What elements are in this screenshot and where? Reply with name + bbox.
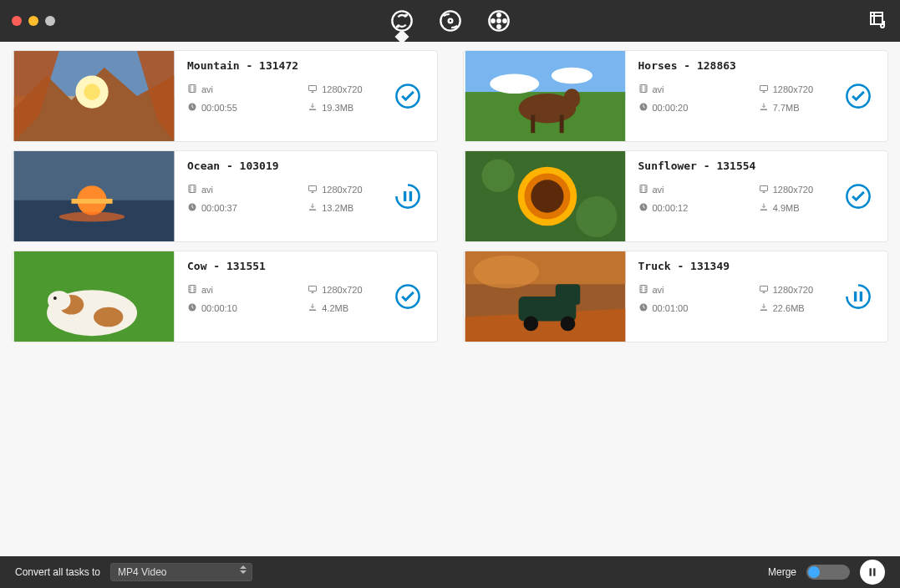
output-format-select[interactable]: MP4 Video	[110, 563, 252, 581]
task-status-button[interactable]	[844, 282, 872, 311]
clock-icon	[638, 202, 648, 214]
duration: 00:00:12	[638, 202, 759, 214]
svg-rect-63	[403, 191, 405, 201]
task-title: Truck - 131349	[638, 260, 880, 272]
svg-rect-66	[760, 186, 767, 191]
clock-icon	[187, 302, 197, 314]
pause-icon	[844, 282, 872, 311]
check-icon	[394, 82, 422, 110]
clock-icon	[638, 302, 648, 314]
format: avi	[187, 84, 308, 95]
thumbnail	[13, 251, 175, 342]
merge-toggle[interactable]	[806, 565, 850, 580]
task-title: Horses - 128863	[638, 59, 880, 72]
task-info: Truck - 131349avi1280x72000:01:0022.6MB	[627, 251, 888, 342]
svg-rect-77	[854, 291, 857, 302]
download-icon	[759, 302, 769, 314]
duration: 00:00:10	[187, 302, 308, 314]
download-icon	[308, 202, 318, 214]
format: avi	[638, 284, 759, 296]
mode-tabs	[389, 8, 512, 34]
svg-point-47	[491, 19, 495, 23]
convert-tab[interactable]	[389, 8, 415, 34]
format: avi	[638, 184, 759, 195]
duration: 00:00:20	[638, 102, 759, 114]
pause-icon	[867, 566, 878, 578]
svg-rect-52	[309, 86, 317, 91]
task-card[interactable]: Ocean - 103019avi1280x72000:00:3713.2MB	[12, 150, 438, 242]
task-status-button[interactable]	[394, 282, 422, 311]
task-status-button[interactable]	[394, 182, 422, 210]
playlist-button[interactable]	[868, 9, 888, 33]
check-icon	[394, 282, 422, 311]
screen-icon	[759, 84, 769, 95]
task-info: Horses - 128863avi1280x72000:00:207.7MB	[627, 51, 888, 141]
download-icon	[308, 302, 318, 314]
clock-icon	[187, 102, 197, 114]
svg-rect-80	[873, 568, 875, 575]
task-card[interactable]: Horses - 128863avi1280x72000:00:207.7MB	[463, 50, 889, 142]
task-title: Ocean - 103019	[187, 160, 429, 172]
thumbnail	[464, 151, 627, 241]
format: avi	[638, 84, 759, 95]
task-title: Cow - 131551	[187, 260, 429, 272]
media-list-icon	[868, 9, 888, 29]
task-status-button[interactable]	[394, 82, 422, 110]
titlebar	[0, 0, 900, 42]
svg-rect-70	[309, 286, 317, 291]
close-window-button[interactable]	[12, 16, 22, 26]
merge-label: Merge	[768, 566, 796, 578]
refresh-icon	[390, 9, 414, 33]
film-icon	[638, 84, 648, 95]
screen-icon	[308, 184, 318, 195]
svg-point-62	[396, 185, 419, 207]
svg-rect-78	[860, 291, 862, 302]
pause-all-button[interactable]	[860, 560, 885, 585]
thumbnail	[13, 151, 175, 241]
download-icon	[759, 202, 769, 214]
film-reel-icon	[487, 9, 511, 33]
task-card[interactable]: Truck - 131349avi1280x72000:01:0022.6MB	[463, 251, 889, 342]
svg-rect-50	[871, 13, 882, 24]
clock-icon	[187, 202, 197, 214]
svg-point-42	[440, 11, 460, 30]
svg-rect-56	[760, 86, 767, 91]
svg-rect-74	[760, 286, 767, 291]
convert-all-label: Convert all tasks to	[15, 566, 100, 578]
clock-icon	[638, 102, 648, 114]
film-icon	[187, 84, 197, 95]
task-card[interactable]: Mountain - 131472avi1280x72000:00:5519.3…	[12, 50, 438, 142]
film-icon	[638, 284, 648, 296]
film-icon	[187, 284, 197, 296]
task-info: Cow - 131551avi1280x72000:00:104.2MB	[175, 251, 437, 342]
duration: 00:00:55	[187, 102, 308, 114]
screen-icon	[308, 84, 318, 95]
task-title: Sunflower - 131554	[638, 160, 880, 172]
duration: 00:00:37	[187, 202, 308, 214]
download-icon	[308, 102, 318, 114]
task-card[interactable]: Cow - 131551avi1280x72000:00:104.2MB	[12, 251, 438, 342]
minimize-window-button[interactable]	[28, 16, 38, 26]
screen-icon	[759, 284, 769, 296]
screen-icon	[759, 184, 769, 195]
thumbnail	[13, 51, 175, 141]
task-title: Mountain - 131472	[187, 59, 429, 72]
duration: 00:01:00	[638, 302, 759, 314]
format: avi	[187, 184, 308, 195]
task-info: Ocean - 103019avi1280x72000:00:3713.2MB	[175, 151, 437, 241]
task-card[interactable]: Sunflower - 131554avi1280x72000:00:124.9…	[463, 150, 889, 242]
maximize-window-button[interactable]	[45, 16, 55, 26]
screen-icon	[308, 284, 318, 296]
dvd-tab[interactable]	[486, 8, 512, 34]
thumbnail	[464, 251, 627, 342]
task-status-button[interactable]	[844, 82, 872, 110]
film-icon	[187, 184, 197, 195]
disc-tab[interactable]	[437, 8, 464, 34]
check-icon	[844, 182, 872, 210]
footer-bar: Convert all tasks to MP4 Video Merge	[0, 556, 900, 588]
task-status-button[interactable]	[844, 182, 872, 210]
film-icon	[638, 184, 648, 195]
disc-icon	[439, 9, 462, 33]
format: avi	[187, 284, 308, 296]
svg-rect-60	[309, 186, 317, 191]
